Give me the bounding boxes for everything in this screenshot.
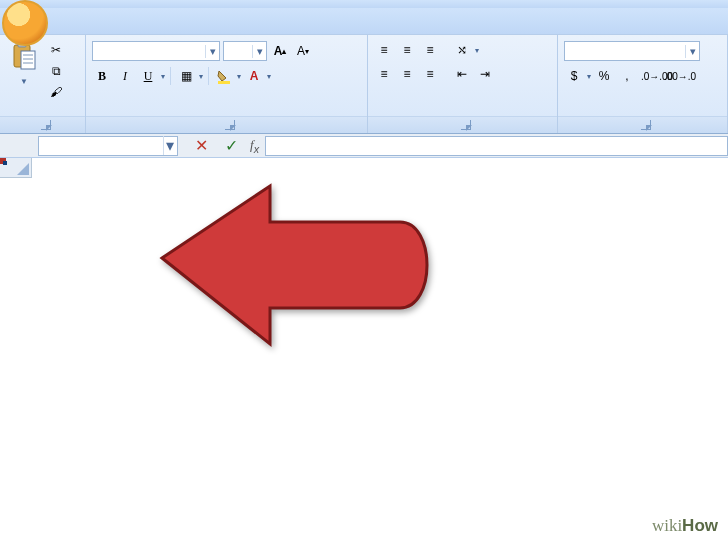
formula-bar[interactable] xyxy=(265,136,728,156)
name-box[interactable]: ▾ xyxy=(38,136,178,156)
group-font: ▾ ▾ A▴ A▾ B I U ▾ ▦ ▾ ▾ A ▾ xyxy=(86,35,368,133)
increase-font-icon[interactable]: A▴ xyxy=(270,42,290,60)
group-clipboard: ▼ ✂ ⧉ 🖌 xyxy=(0,35,86,133)
paste-button[interactable]: ▼ xyxy=(6,39,42,88)
watermark: wikiHow xyxy=(652,516,718,536)
svg-rect-6 xyxy=(218,81,230,84)
office-button[interactable] xyxy=(2,0,48,46)
copy-button[interactable]: ⧉ xyxy=(46,62,66,80)
chevron-down-icon[interactable]: ▾ xyxy=(685,45,699,58)
font-dialog-launcher[interactable] xyxy=(225,120,235,130)
fontcolor-dropdown[interactable]: ▾ xyxy=(267,72,271,81)
decrease-indent-button[interactable]: ⇤ xyxy=(452,65,472,83)
enter-formula-icon[interactable]: ✓ xyxy=(220,136,242,156)
align-top-button[interactable]: ≡ xyxy=(374,41,394,59)
borders-dropdown[interactable]: ▾ xyxy=(199,72,203,81)
font-name-combo[interactable]: ▾ xyxy=(92,41,220,61)
accounting-dropdown[interactable]: ▾ xyxy=(587,72,591,81)
worksheet-grid[interactable] xyxy=(0,158,728,546)
number-format-input[interactable] xyxy=(565,45,685,57)
namebox-dropdown[interactable]: ▾ xyxy=(163,136,177,155)
cut-button[interactable]: ✂ xyxy=(46,41,66,59)
number-format-combo[interactable]: ▾ xyxy=(564,41,700,61)
bold-button[interactable]: B xyxy=(92,67,112,85)
format-painter-button[interactable]: 🖌 xyxy=(46,83,66,101)
fill-color-button[interactable] xyxy=(214,67,234,85)
align-right-button[interactable]: ≡ xyxy=(420,65,440,83)
align-bottom-button[interactable]: ≡ xyxy=(420,41,440,59)
group-alignment: ≡ ≡ ≡ ⤭ ▾ ≡ ≡ ≡ ⇤ ⇥ xyxy=(368,35,558,133)
font-size-combo[interactable]: ▾ xyxy=(223,41,267,61)
increase-indent-button[interactable]: ⇥ xyxy=(475,65,495,83)
group-number: ▾ $ ▾ % , .0→.00 .00→.0 xyxy=(558,35,728,133)
chevron-down-icon[interactable]: ▾ xyxy=(205,45,219,58)
select-all-corner[interactable] xyxy=(0,158,32,178)
alignment-dialog-launcher[interactable] xyxy=(461,120,471,130)
borders-button[interactable]: ▦ xyxy=(176,67,196,85)
formula-bar-row: ▾ ✕ ✓ fx xyxy=(0,134,728,158)
ribbon: ▼ ✂ ⧉ 🖌 ▾ ▾ A▴ A▾ B I U ▾ ▦ xyxy=(0,34,728,134)
accounting-format-button[interactable]: $ xyxy=(564,67,584,85)
underline-button[interactable]: U xyxy=(138,67,158,85)
underline-dropdown[interactable]: ▾ xyxy=(161,72,165,81)
comma-button[interactable]: , xyxy=(617,67,637,85)
align-middle-button[interactable]: ≡ xyxy=(397,41,417,59)
chevron-down-icon[interactable]: ▾ xyxy=(252,45,266,58)
font-size-input[interactable] xyxy=(224,45,252,57)
fill-dropdown[interactable]: ▾ xyxy=(237,72,241,81)
orientation-dropdown[interactable]: ▾ xyxy=(475,46,479,55)
name-box-input[interactable] xyxy=(39,139,163,153)
number-dialog-launcher[interactable] xyxy=(641,120,651,130)
align-left-button[interactable]: ≡ xyxy=(374,65,394,83)
decrease-font-icon[interactable]: A▾ xyxy=(293,42,313,60)
svg-rect-2 xyxy=(21,51,35,69)
orientation-button[interactable]: ⤭ xyxy=(452,41,472,59)
cancel-formula-icon[interactable]: ✕ xyxy=(190,136,212,156)
decrease-decimal-button[interactable]: .00→.0 xyxy=(670,67,690,85)
align-center-button[interactable]: ≡ xyxy=(397,65,417,83)
ribbon-tabs xyxy=(0,8,728,34)
fx-icon[interactable]: fx xyxy=(250,137,259,155)
italic-button[interactable]: I xyxy=(115,67,135,85)
clipboard-dialog-launcher[interactable] xyxy=(41,120,51,130)
percent-button[interactable]: % xyxy=(594,67,614,85)
font-name-input[interactable] xyxy=(93,45,205,57)
font-color-button[interactable]: A xyxy=(244,67,264,85)
